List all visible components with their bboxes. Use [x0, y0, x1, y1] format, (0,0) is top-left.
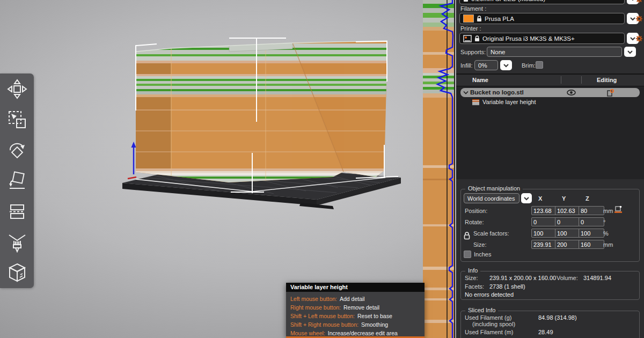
vlh-title: Variable layer height [286, 283, 425, 292]
move-icon [6, 78, 28, 100]
infill-label: Infill: [460, 62, 473, 69]
lock-icon [463, 0, 469, 2]
editing-state-icon[interactable] [606, 89, 614, 97]
object-list: Name Editing Bucket no logo.stl [456, 74, 644, 179]
rotate-z-input[interactable] [579, 217, 604, 226]
printer-icon [463, 35, 472, 42]
place-on-face-tool-button[interactable] [0, 165, 34, 196]
info-facets-value: 2738 (1 shell) [489, 283, 525, 290]
rotate-y-input[interactable] [555, 217, 581, 226]
vlh-key-0: Left mouse button: [290, 296, 337, 302]
object-name: Bucket no logo.stl [470, 89, 524, 95]
print-profile-select[interactable]: 0.20mm SPEED (modified) [459, 0, 625, 4]
scale-x-input[interactable] [531, 229, 557, 238]
coordinates-select[interactable]: World coordinates [464, 193, 519, 203]
scale-icon [6, 109, 28, 130]
layer-height-profile-band[interactable] [423, 0, 455, 338]
filament-select[interactable]: Prusa PLA [459, 13, 625, 24]
size-y-input[interactable] [555, 240, 581, 249]
inches-checkbox[interactable] [464, 251, 471, 258]
column-name: Name [472, 77, 488, 83]
position-unit: mm [603, 208, 613, 214]
axis-z-header: Z [586, 195, 589, 202]
printer-label: Printer : [460, 25, 481, 32]
position-z-input[interactable] [579, 206, 604, 215]
size-z-input[interactable] [579, 240, 604, 249]
drop-to-bed-icon[interactable] [614, 205, 623, 213]
coordinates-value: World coordinates [467, 195, 515, 202]
seam-painting-tool-button[interactable] [0, 257, 34, 288]
filament-settings-gear-icon[interactable] [635, 15, 643, 23]
expander-icon[interactable] [463, 91, 469, 94]
scale-y-input[interactable] [555, 229, 581, 238]
infill-value: 0% [478, 62, 487, 69]
paint-brush-icon [6, 231, 28, 253]
position-label: Position: [465, 208, 487, 214]
cut-tool-button[interactable] [0, 196, 34, 226]
vlh-value-0: Add detail [340, 296, 365, 302]
cut-icon [6, 201, 28, 222]
filament-color-swatch [463, 14, 474, 23]
printer-select[interactable]: Original Prusa i3 MK3S & MK3S+ [459, 33, 625, 44]
sliced-info-title: Sliced Info [465, 307, 498, 313]
right-sidebar: 0.20mm SPEED (modified) Filament : Prusa… [456, 0, 644, 338]
info-size-value: 239.91 x 200.00 x 160.00 [489, 275, 556, 281]
position-y-input[interactable] [555, 206, 581, 215]
rotate-icon [6, 139, 28, 161]
modifier-row-variable-layer-height[interactable]: Variable layer height [472, 98, 536, 106]
uniform-scale-lock-icon[interactable] [464, 232, 470, 240]
axis-x-header: X [538, 195, 542, 202]
gizmo-toolbar [0, 74, 34, 288]
inches-label: Inches [474, 251, 491, 258]
move-tool-button[interactable] [0, 74, 34, 104]
size-label: Size: [473, 241, 486, 248]
lock-icon [474, 35, 480, 42]
vlh-key-3: Shift + Right mouse button: [290, 321, 358, 328]
info-errors: No errors detected [465, 291, 514, 298]
chevron-down-icon [523, 196, 530, 201]
axes-indicator [128, 142, 136, 179]
visibility-eye-icon[interactable] [567, 90, 576, 95]
printer-settings-gear-icon[interactable] [635, 35, 643, 42]
rotate-x-input[interactable] [531, 217, 557, 226]
used-filament-g-sublabel: (including spool) [472, 321, 515, 327]
infill-select[interactable]: 0% [474, 60, 498, 70]
position-x-input[interactable] [531, 206, 557, 215]
prusaslicer-window: 0.20mm SPEED (modified) Filament : Prusa… [0, 0, 644, 338]
vlh-value-2: Reset to base [357, 313, 392, 319]
rotate-tool-button[interactable] [0, 135, 34, 165]
vlh-value-4: Increase/decrease edit area [328, 330, 398, 336]
paint-on-supports-tool-button[interactable] [0, 226, 34, 257]
size-unit: mm [603, 241, 613, 248]
object-manipulation-title: Object manipulation [465, 185, 523, 192]
layers-icon [472, 99, 479, 105]
print-profile-value: 0.20mm SPEED (modified) [471, 0, 545, 2]
supports-label: Supports: [460, 49, 486, 55]
brim-checkbox[interactable] [536, 61, 543, 69]
info-volume-value: 314891.94 [583, 275, 611, 281]
place-on-face-icon [6, 170, 28, 192]
object-row-selected[interactable]: Bucket no logo.stl [460, 88, 640, 97]
info-size-label: Size: [465, 275, 478, 281]
scale-unit: % [603, 230, 609, 237]
brim-label: Brim: [522, 62, 536, 69]
supports-dropdown-button[interactable] [624, 47, 636, 57]
vlh-value-3: Smoothing [361, 321, 388, 328]
print-settings-gear-icon[interactable] [635, 0, 643, 3]
supports-value: None [491, 49, 506, 55]
supports-select[interactable]: None [487, 47, 622, 57]
vlh-key-1: Right mouse button: [290, 304, 341, 311]
infill-dropdown-button[interactable] [500, 60, 512, 70]
filament-label: Filament : [460, 5, 486, 12]
vlh-key-4: Mouse wheel: [290, 330, 325, 336]
used-filament-m-label: Used Filament (m) [465, 329, 513, 335]
size-x-input[interactable] [531, 240, 557, 249]
object-list-header: Name Editing [456, 75, 644, 86]
scale-z-input[interactable] [579, 229, 604, 238]
model-bucket[interactable] [131, 41, 394, 183]
scale-tool-button[interactable] [0, 104, 34, 135]
coordinates-dropdown-button[interactable] [521, 193, 532, 203]
printer-value: Original Prusa i3 MK3S & MK3S+ [482, 35, 575, 42]
rotate-unit: ° [603, 219, 605, 225]
vlh-value-1: Remove detail [343, 304, 379, 311]
